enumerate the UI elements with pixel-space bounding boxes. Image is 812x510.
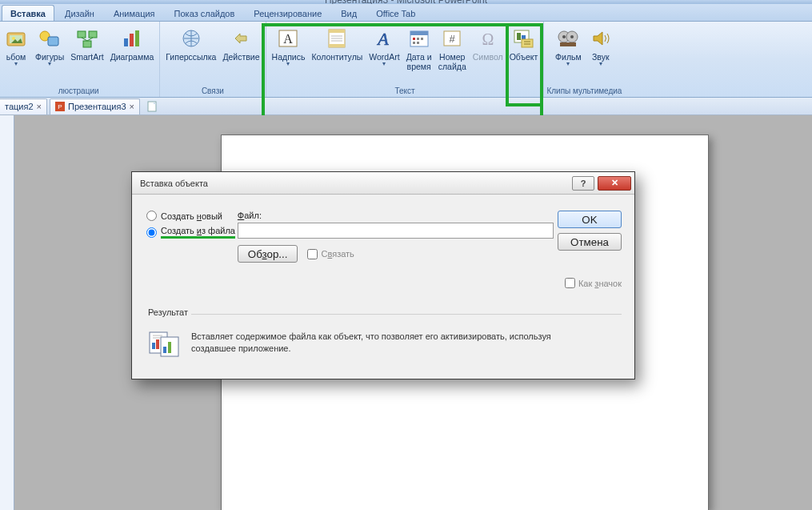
tab-design[interactable]: Дизайн	[56, 5, 103, 21]
textbox-icon: A	[275, 26, 301, 51]
doctab2-label: Презентация3	[68, 102, 126, 111]
svg-rect-24	[417, 38, 419, 40]
help-button[interactable]: ?	[572, 176, 594, 191]
dialog-titlebar[interactable]: Вставка объекта ? ✕	[132, 172, 634, 195]
btn-action[interactable]: Действие	[219, 23, 262, 64]
link-checkbox-label: Связать	[321, 249, 354, 259]
group-media-label: Клипы мультимедиа	[546, 85, 622, 97]
sound-icon	[588, 26, 614, 51]
cancel-button[interactable]: Отмена	[558, 233, 622, 251]
radio-create-new[interactable]: Создать новый	[146, 211, 238, 221]
svg-text:Ω: Ω	[482, 30, 494, 48]
tab-animation[interactable]: Анимация	[105, 5, 164, 21]
result-section: Результат Вставляет содержимое файла как…	[145, 314, 622, 364]
svg-rect-22	[410, 31, 428, 35]
symbol-label: Символ	[473, 52, 503, 62]
headerfooter-label: Колонтитулы	[311, 52, 362, 62]
wordart-icon: A	[371, 26, 397, 51]
btn-textbox[interactable]: A Надпись ▾	[269, 23, 309, 69]
group-text-label: Текст	[269, 85, 542, 97]
svg-rect-8	[124, 38, 128, 46]
radio-create-from-file[interactable]: Создать из файла	[146, 226, 238, 239]
browse-button[interactable]: Обзор...	[238, 245, 298, 263]
group-media: Фильм ▾ Звук ▾ Клипы мультимедиа	[544, 22, 624, 97]
svg-rect-15	[329, 30, 345, 33]
btn-datetime[interactable]: Дата ивремя	[403, 23, 435, 74]
chart-icon	[119, 26, 145, 51]
tab-slideshow[interactable]: Показ слайдов	[166, 5, 244, 21]
symbol-icon: Ω	[475, 26, 501, 51]
slidenumber-label: Номерслайда	[438, 52, 466, 71]
close-icon[interactable]: ×	[130, 102, 134, 111]
movie-icon	[555, 26, 581, 51]
btn-sound[interactable]: Звук ▾	[585, 23, 617, 69]
new-document-button[interactable]	[145, 100, 159, 113]
dropdown-caret-icon: ▾	[566, 62, 570, 66]
btn-shapes[interactable]: Фигуры ▾	[32, 23, 67, 69]
radio-create-new-input[interactable]	[146, 211, 157, 221]
link-checkbox[interactable]: Связать	[307, 249, 354, 259]
dropdown-caret-icon: ▾	[599, 62, 602, 66]
doctab-presentation3[interactable]: P Презентация3 ×	[50, 98, 140, 114]
svg-rect-47	[163, 347, 166, 353]
link-checkbox-input[interactable]	[307, 249, 318, 259]
headerfooter-icon	[324, 26, 350, 51]
result-text: Вставляет содержимое файла как объект, ч…	[191, 331, 575, 355]
tab-view[interactable]: Вид	[332, 5, 366, 21]
svg-rect-16	[329, 44, 345, 47]
ok-button[interactable]: OK	[558, 211, 622, 228]
doctab1-label: тация2	[5, 102, 34, 111]
btn-object[interactable]: Объект	[506, 23, 542, 64]
smartart-icon	[74, 26, 100, 51]
svg-point-38	[570, 35, 574, 38]
group-text: A Надпись ▾ Колонтитулы A WordArt ▾	[266, 22, 545, 97]
ribbon: ьбом ▾ Фигуры ▾ SmartArt Диагра	[0, 22, 812, 98]
svg-rect-45	[156, 339, 159, 349]
btn-symbol[interactable]: Ω Символ	[470, 23, 506, 64]
btn-hyperlink[interactable]: Гиперссылка	[162, 23, 219, 64]
dropdown-caret-icon: ▾	[286, 62, 290, 66]
svg-point-2	[12, 37, 15, 40]
doctab-presentation2[interactable]: тация2 ×	[0, 98, 47, 114]
btn-photoalbum[interactable]: ьбом ▾	[0, 23, 32, 69]
hyperlink-icon	[178, 26, 204, 51]
btn-smartart[interactable]: SmartArt	[67, 23, 106, 64]
btn-chart[interactable]: Диаграмма	[107, 23, 158, 64]
svg-rect-32	[517, 33, 521, 40]
thumbnail-pane[interactable]	[0, 115, 14, 510]
btn-headerfooter[interactable]: Колонтитулы	[308, 23, 366, 64]
svg-rect-39	[560, 42, 576, 46]
group-links-label: Связи	[162, 85, 262, 97]
dropdown-caret-icon: ▾	[14, 62, 18, 66]
hyperlink-label: Гиперссылка	[166, 52, 216, 62]
svg-rect-6	[89, 31, 97, 38]
document-tabs: тация2 × P Презентация3 ×	[0, 98, 812, 115]
svg-rect-25	[421, 38, 423, 40]
as-icon-checkbox-input[interactable]	[565, 278, 575, 288]
smartart-label: SmartArt	[70, 52, 103, 62]
svg-rect-34	[522, 39, 533, 47]
object-icon	[511, 26, 537, 51]
shapes-icon	[37, 26, 62, 51]
file-input[interactable]	[238, 223, 554, 239]
as-icon-checkbox[interactable]: Как значок	[565, 278, 622, 288]
close-icon[interactable]: ×	[37, 102, 42, 111]
result-legend: Результат	[145, 307, 191, 317]
btn-slidenumber[interactable]: # Номерслайда	[435, 23, 470, 74]
svg-text:#: #	[450, 33, 456, 45]
svg-text:A: A	[284, 32, 294, 46]
group-illustrations: ьбом ▾ Фигуры ▾ SmartArt Диагра	[0, 22, 160, 97]
close-button[interactable]: ✕	[598, 176, 631, 191]
btn-movie[interactable]: Фильм ▾	[552, 23, 585, 69]
tab-officetab[interactable]: Office Tab	[367, 5, 424, 21]
action-icon	[228, 26, 254, 51]
datetime-label: Дата ивремя	[406, 52, 432, 71]
tab-insert[interactable]: Вставка	[2, 5, 54, 21]
svg-rect-7	[83, 41, 91, 47]
radio-create-from-file-label: Создать из файла	[161, 226, 235, 239]
svg-rect-5	[78, 31, 86, 38]
btn-wordart[interactable]: A WordArt ▾	[366, 23, 402, 69]
tab-review[interactable]: Рецензирование	[245, 5, 330, 21]
radio-create-from-file-input[interactable]	[146, 227, 157, 238]
file-label: Файл:	[238, 211, 554, 220]
